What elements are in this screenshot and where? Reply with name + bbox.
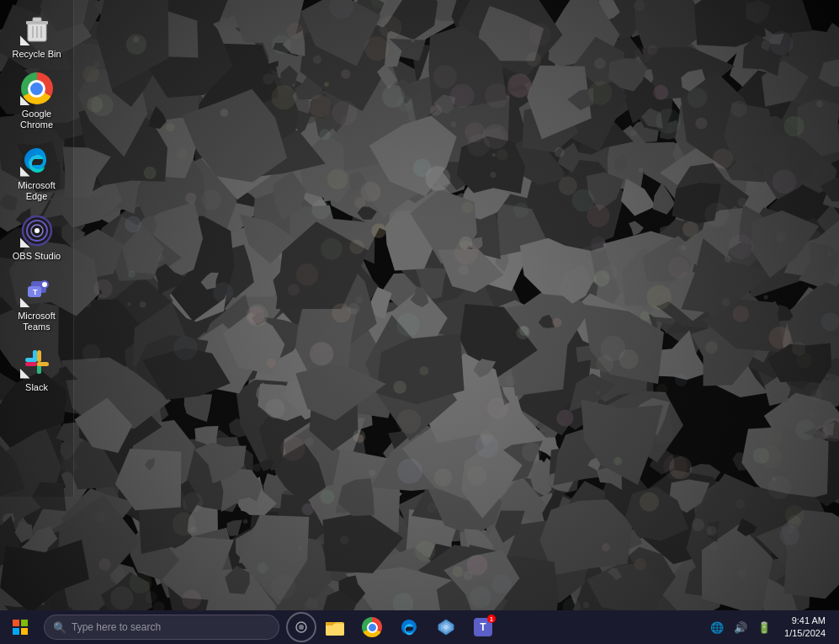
- teams-icon-img: T: [20, 274, 54, 307]
- svg-point-22: [41, 362, 45, 366]
- taskbar-app-chrome[interactable]: [353, 610, 390, 644]
- svg-rect-27: [13, 620, 19, 626]
- desktop-icons-area: Recycle Bin GoogleChrome: [0, 0, 74, 497]
- taskbar-app-crystal[interactable]: [427, 610, 465, 644]
- chrome-circle-icon: [362, 617, 382, 637]
- svg-rect-16: [33, 350, 37, 357]
- svg-rect-29: [13, 628, 19, 635]
- svg-rect-35: [326, 622, 333, 625]
- recycle-bin-icon-img: [20, 12, 54, 45]
- battery-icon[interactable]: 🔋: [754, 620, 774, 636]
- taskbar-crystal-icon: [436, 617, 456, 637]
- teams-icon: T: [21, 274, 53, 306]
- desktop-icon-obs-studio[interactable]: OBS Studio: [3, 209, 71, 267]
- system-tray: 🌐 🔊 🔋 9:41 AM 1/15/2024: [707, 613, 839, 642]
- svg-rect-30: [21, 628, 28, 635]
- taskbar-chrome-icon: [362, 617, 382, 637]
- clock-date: 1/15/2024: [784, 627, 826, 640]
- svg-point-9: [35, 228, 40, 233]
- obs-icon-img: [20, 214, 54, 247]
- chrome-icon-img: [20, 72, 54, 105]
- desktop: Recycle Bin GoogleChrome: [0, 0, 839, 610]
- slack-icon-img: [20, 345, 54, 379]
- chrome-label: GoogleChrome: [20, 109, 53, 130]
- svg-point-26: [37, 354, 41, 358]
- clock-time: 9:41 AM: [784, 615, 826, 627]
- taskbar-teams-icon: T 1: [473, 617, 493, 637]
- taskbar-app-teams[interactable]: T 1: [465, 610, 502, 644]
- svg-text:T: T: [33, 288, 38, 296]
- folder-icon: [326, 618, 344, 636]
- teams-tray-icon: T 1: [474, 618, 492, 636]
- taskbar-search-bar[interactable]: 🔍 Type here to search: [44, 615, 279, 640]
- slack-icon: [21, 346, 53, 378]
- chrome-icon: [21, 72, 53, 104]
- volume-icon[interactable]: 🔊: [730, 620, 751, 636]
- svg-rect-34: [326, 624, 344, 636]
- edge-label: MicrosoftEdge: [18, 180, 56, 202]
- desktop-icon-slack[interactable]: Slack: [3, 340, 71, 398]
- file-explorer-icon: [325, 617, 345, 637]
- teams-label: MicrosoftTeams: [18, 311, 56, 333]
- edge-taskbar-icon: [400, 618, 418, 636]
- recycle-bin-icon: [21, 13, 53, 45]
- taskbar-search-icon: 🔍: [53, 621, 66, 634]
- svg-point-13: [42, 282, 47, 287]
- cortana-icon: [295, 621, 307, 633]
- desktop-icon-google-chrome[interactable]: GoogleChrome: [3, 67, 71, 136]
- teams-notification-badge: 1: [487, 615, 496, 623]
- start-button[interactable]: [0, 610, 40, 644]
- taskbar: 🔍 Type here to search: [0, 610, 839, 644]
- taskbar-search-placeholder: Type here to search: [72, 621, 161, 633]
- svg-point-32: [299, 625, 304, 630]
- desktop-icon-microsoft-teams[interactable]: T MicrosoftTeams: [3, 269, 71, 338]
- svg-point-24: [29, 362, 33, 366]
- edge-icon: [21, 144, 53, 176]
- svg-rect-28: [21, 620, 28, 626]
- edge-icon-img: [20, 143, 54, 177]
- slack-label: Slack: [25, 382, 48, 393]
- taskbar-app-edge[interactable]: [390, 610, 427, 644]
- svg-point-18: [29, 358, 33, 362]
- obs-icon: [21, 215, 53, 247]
- cortana-button[interactable]: [286, 612, 316, 642]
- taskbar-edge-icon: [399, 617, 419, 637]
- svg-rect-20: [37, 367, 41, 374]
- svg-rect-2: [33, 18, 41, 22]
- crystal-icon: [437, 618, 455, 636]
- taskbar-app-file-explorer[interactable]: [316, 610, 353, 644]
- wallpaper-canvas: [0, 0, 839, 610]
- desktop-icon-microsoft-edge[interactable]: MicrosoftEdge: [3, 138, 71, 207]
- network-icon[interactable]: 🌐: [707, 620, 727, 636]
- windows-logo-icon: [13, 620, 28, 635]
- system-clock[interactable]: 9:41 AM 1/15/2024: [778, 613, 832, 642]
- recycle-bin-label: Recycle Bin: [12, 49, 61, 60]
- obs-label: OBS Studio: [13, 251, 61, 262]
- desktop-icon-recycle-bin[interactable]: Recycle Bin: [3, 7, 71, 65]
